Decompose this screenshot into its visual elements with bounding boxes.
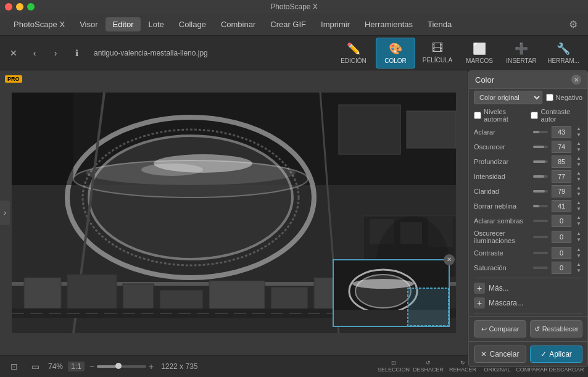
slider-down-aclarar-sombras[interactable]: ▼ [575,221,582,227]
menu-tienda[interactable]: Tienda [420,17,459,31]
restablecer-button[interactable]: ↺ Restablecer [530,320,582,338]
apply-button[interactable]: ✓ Aplicar [530,346,582,363]
slider-track-aclarar-sombras[interactable] [533,220,548,222]
nav-back-button[interactable]: ‹ [26,44,43,62]
slider-up-aclarar-sombras[interactable]: ▲ [575,215,582,221]
menu-photoscape[interactable]: PhotoScape X [6,17,72,31]
info-button[interactable]: ℹ [68,44,85,62]
close-file-button[interactable]: ✕ [5,44,22,62]
slider-up-intensidad[interactable]: ▲ [575,170,582,176]
slider-label-profundizar: Profundizar [474,158,529,165]
traffic-lights[interactable] [5,3,35,10]
slider-up-contraste[interactable]: ▲ [575,247,582,253]
slider-row-saturacion: Saturación 0 ▲ ▼ [469,260,587,275]
seleccionar-button[interactable]: ⊡ SELECCION [378,360,409,373]
insertar-label: INSERTAR [506,57,537,64]
restablecer-icon: ↺ [534,325,540,333]
pelicula-label: PELÍCULA [423,57,452,64]
panel-actions: ↩ Comparar ↺ Restablecer [469,316,587,341]
crop-button[interactable]: ⊡ [6,358,22,375]
slider-spinners-oscurecer-iluminaciones: ▲ ▼ [575,231,582,243]
slider-up-oscurecer-iluminaciones[interactable]: ▲ [575,231,582,237]
zoom-minus-button[interactable]: − [89,362,94,371]
slider-up-borrar-neblina[interactable]: ▲ [575,200,582,206]
slider-down-contraste[interactable]: ▼ [575,253,582,259]
slider-down-profundizar[interactable]: ▼ [575,162,582,168]
photo-canvas[interactable]: ✕ [12,93,456,333]
marcos-icon: ⬜ [473,42,486,56]
mas-label[interactable]: Más... [489,284,509,292]
zoom-ratio[interactable]: 1:1 [68,362,85,371]
herram-label: HERRAM... [547,57,579,64]
comparar-icon: ↩ [481,325,487,333]
cancel-button[interactable]: ✕ Cancelar [474,346,526,363]
slider-value-borrar-neblina: 41 [552,200,571,212]
slider-row-aclarar: Aclarar 43 ▲ ▼ [469,125,587,139]
slider-up-saturacion[interactable]: ▲ [575,262,582,268]
deshacer-button[interactable]: ↺ DESHACER [413,360,444,373]
tab-herram[interactable]: 🔧 HERRAM... [544,38,583,68]
tab-insertar[interactable]: ➕ INSERTAR [502,38,541,68]
menu-editor[interactable]: Editor [106,17,141,31]
tab-marcos[interactable]: ⬜ MARCOS [460,38,499,68]
slider-down-aclarar[interactable]: ▼ [575,132,582,138]
slider-down-oscurecer[interactable]: ▼ [575,147,582,153]
slider-track-aclarar[interactable] [533,131,548,133]
slider-track-saturacion[interactable] [533,267,548,269]
slider-up-oscurecer[interactable]: ▲ [575,141,582,147]
slider-up-aclarar[interactable]: ▲ [575,126,582,132]
slider-up-claridad[interactable]: ▲ [575,185,582,191]
preset-row: Color original Negativo [469,89,587,106]
zoom-plus-button[interactable]: + [149,362,154,371]
mas-plus-button[interactable]: + [474,283,485,294]
slider-track-borrar-neblina[interactable] [533,205,548,207]
close-window-button[interactable] [5,3,12,10]
slider-down-claridad[interactable]: ▼ [575,191,582,197]
slider-track-oscurecer[interactable] [533,146,548,148]
niveles-checkbox[interactable] [474,112,481,119]
comparar-button[interactable]: ↩ Comparar [474,320,526,338]
slider-up-profundizar[interactable]: ▲ [575,155,582,162]
zoom-track[interactable] [97,365,146,368]
slider-down-borrar-neblina[interactable]: ▼ [575,206,582,212]
contraste-auto-checkbox[interactable] [531,112,538,119]
mascara-label[interactable]: Máscara... [489,299,523,307]
menu-combinar[interactable]: Combinar [213,17,263,31]
slider-track-contraste[interactable] [533,252,548,254]
menu-lote[interactable]: Lote [141,17,171,31]
menu-herramientas[interactable]: Herramientas [357,17,420,31]
tab-color[interactable]: 🎨 COLOR [376,38,415,68]
slider-down-intensidad[interactable]: ▼ [575,176,582,183]
tab-pelicula[interactable]: 🎞 PELÍCULA [418,38,457,68]
slider-track-intensidad[interactable] [533,175,548,178]
menu-imprimir[interactable]: Imprimir [313,17,357,31]
minimize-window-button[interactable] [16,3,23,10]
slider-down-oscurecer-iluminaciones[interactable]: ▼ [575,237,582,243]
mascara-plus-button[interactable]: + [474,297,485,309]
zoom-thumb[interactable] [115,363,122,369]
svg-point-28 [141,164,203,176]
slider-track-profundizar[interactable] [533,160,548,163]
slider-track-oscurecer-iluminaciones[interactable] [533,236,548,238]
panel-close-button[interactable]: ✕ [571,75,581,85]
canvas-area[interactable]: › PRO [0,70,468,355]
slider-fill-oscurecer [533,146,544,148]
deshacer-icon: ↺ [426,360,431,366]
slider-down-saturacion[interactable]: ▼ [575,268,582,274]
maximize-window-button[interactable] [27,3,35,10]
menu-visor[interactable]: Visor [72,17,105,31]
menu-collage[interactable]: Collage [172,17,213,31]
expand-left-button[interactable]: › [0,201,10,225]
settings-button[interactable]: ⚙ [565,16,582,33]
menu-crear-gif[interactable]: Crear GIF [263,17,313,31]
close-preview-button[interactable]: ✕ [444,254,455,265]
select-button[interactable]: ▭ [27,358,43,375]
slider-row-intensidad: Intensidad 77 ▲ ▼ [469,169,587,184]
nav-forward-button[interactable]: › [47,44,64,62]
slider-track-claridad[interactable] [533,190,548,193]
color-preset-select[interactable]: Color original [474,91,542,104]
apply-label: Aplicar [549,350,572,358]
negativo-checkbox[interactable] [546,94,553,101]
zoom-percent: 74% [48,362,63,371]
tab-edicion[interactable]: ✏️ EDICIÓN [334,38,373,68]
